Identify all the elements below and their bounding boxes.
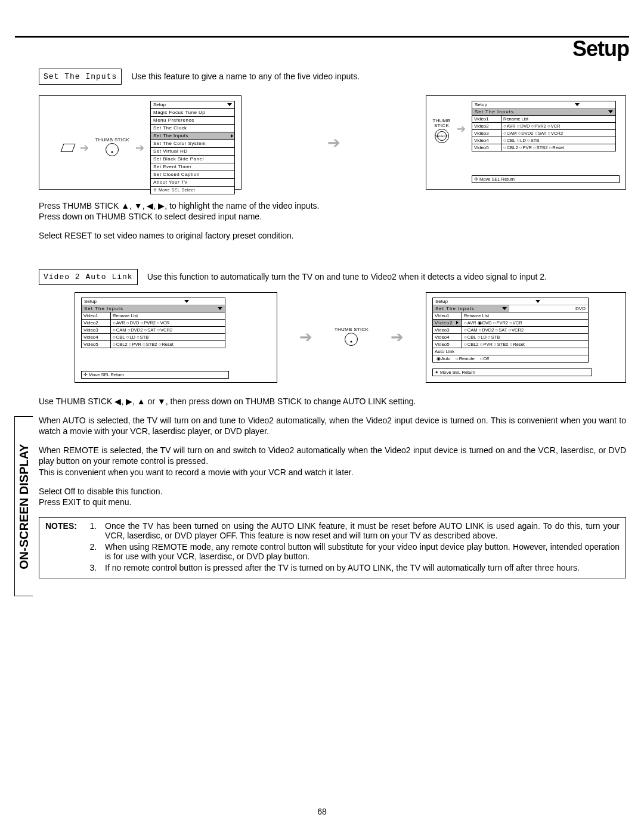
menu-item-video2[interactable]: Video2	[433, 320, 462, 326]
autolink-para1: When AUTO is selected, the TV will turn …	[39, 415, 626, 436]
arrow-right-icon: ➔	[299, 328, 312, 346]
side-tab: ON-SCREEN DISPLAY	[14, 416, 33, 596]
note-item-3: If no remote control button is pressed a…	[99, 563, 620, 572]
radio-off[interactable]: Off	[479, 356, 489, 361]
setup-menu-b: Setup Set The InputsDVD Video1Rename Lis…	[432, 298, 589, 363]
notes-box: NOTES: Once the TV has been turned on us…	[39, 517, 626, 578]
setup-menu-2: Setup Set The Inputs Video1Rename List V…	[472, 101, 616, 151]
autolink-instruction: Use THUMB STICK ◀, ▶, ▲ or ▼, then press…	[39, 396, 626, 407]
page-title: Setup	[15, 36, 629, 61]
setup-menu-a: Setup Set The Inputs Video1Rename List V…	[81, 298, 225, 348]
video2-autolink-label: Video 2 Auto Link	[39, 269, 138, 285]
set-inputs-label: Set The Inputs	[39, 69, 122, 85]
setup-menu-1: Setup Magic Focus Tune Up Menu Preferenc…	[150, 101, 235, 194]
arrow-right-icon: ➔	[391, 328, 404, 346]
menu-button-icon	[61, 144, 76, 152]
thumb-stick-select: THUMB STICK SELECT	[432, 119, 451, 144]
video2-autolink-description: Use this function to automatically turn …	[147, 272, 547, 281]
autolink-para3: Select Off to disable this function.	[39, 486, 626, 497]
autolink-para2b: This is convenient when you want to reco…	[39, 467, 626, 478]
instruction-line-2: Press down on THUMB STICK to select desi…	[39, 211, 626, 222]
thumb-stick: THUMB STICK	[95, 138, 129, 157]
arrow-right-icon: ➔	[135, 141, 144, 154]
set-inputs-description: Use this feature to give a name to any o…	[131, 72, 360, 81]
arrow-right-icon: ➔	[327, 134, 340, 152]
radio-auto[interactable]: Auto	[436, 356, 450, 361]
instruction-line-3: Select RESET to set video names to origi…	[39, 230, 626, 241]
arrow-right-icon: ➔	[80, 141, 89, 154]
autolink-para2: When REMOTE is selected, the TV will tur…	[39, 445, 626, 466]
instruction-line-1: Press THUMB STICK ▲, ▼, ◀, ▶, to highlig…	[39, 200, 626, 211]
notes-heading: NOTES:	[45, 521, 88, 574]
note-item-2: When using REMOTE mode, any remote contr…	[99, 542, 620, 561]
menu-item-set-inputs[interactable]: Set The Inputs	[151, 132, 234, 140]
radio-remote[interactable]: Remote	[456, 356, 475, 361]
page-number: 68	[0, 807, 644, 816]
note-item-1: Once the TV has been turned on using the…	[99, 521, 620, 540]
arrow-right-icon: ➔	[457, 122, 466, 135]
autolink-para4: Press EXIT to quit menu.	[39, 497, 626, 507]
thumb-stick-middle: THUMB STICK	[335, 327, 369, 347]
